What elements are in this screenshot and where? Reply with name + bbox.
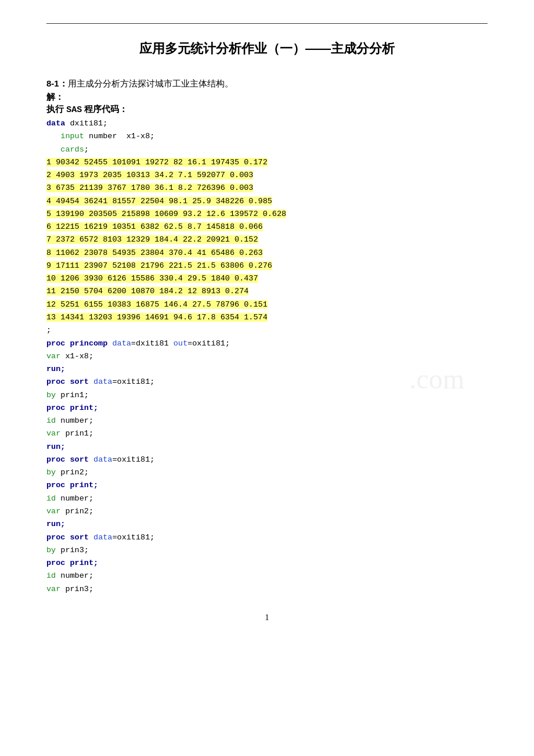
page-number: 1	[46, 613, 488, 622]
code-block: data dxiti81; input number x1-x8; cards;…	[46, 117, 488, 596]
jie-label: 解：	[46, 92, 488, 103]
top-divider	[46, 23, 488, 24]
page-title: 应用多元统计分析作业（一）——主成分分析	[46, 40, 488, 57]
section-question: 8-1：用主成分分析方法探讨城市工业主体结构。	[46, 78, 488, 89]
section-label-id: 8-1：	[46, 78, 68, 88]
exec-label: 执行 SAS 程序代码：	[46, 104, 488, 115]
section-question-text: 用主成分分析方法探讨城市工业主体结构。	[68, 78, 233, 88]
